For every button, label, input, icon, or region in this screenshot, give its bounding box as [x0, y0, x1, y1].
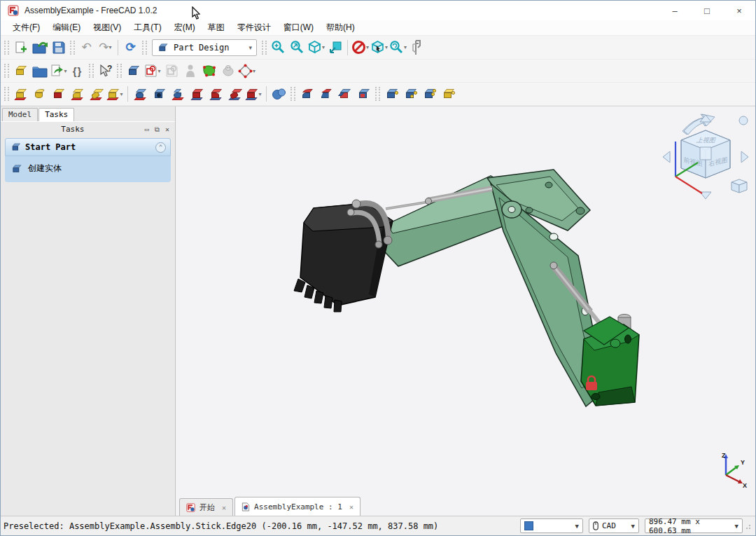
- panel-minimize-icon[interactable]: ▭: [145, 125, 149, 134]
- view-zoom-button[interactable]: ▾: [388, 38, 407, 57]
- panel-close-icon[interactable]: ✕: [165, 125, 169, 134]
- toolbar-handle[interactable]: [262, 41, 267, 55]
- additive-loft-button[interactable]: [49, 85, 68, 104]
- toolbar-handle[interactable]: [70, 41, 75, 55]
- toolbar-modeling: ▾ ▾: [1, 83, 755, 106]
- attach-sketch-button[interactable]: [200, 62, 218, 81]
- toolbar-handle[interactable]: [4, 64, 9, 78]
- make-link-button[interactable]: ▾: [49, 62, 68, 81]
- fillet-button[interactable]: [298, 85, 316, 104]
- status-bar: Preselected: AssemblyExample.Assembly.St…: [1, 516, 755, 535]
- pocket-button[interactable]: [131, 85, 150, 104]
- collapse-chevron-icon[interactable]: ⌃: [155, 142, 166, 153]
- map-sketch-button[interactable]: [181, 62, 200, 81]
- refresh-button[interactable]: ⟳: [121, 38, 140, 57]
- undo-button[interactable]: ↶: [77, 38, 96, 57]
- chevron-down-icon: ▾: [366, 44, 369, 50]
- color-swatch-dropdown[interactable]: ▼: [520, 518, 583, 533]
- chevron-down-icon: ▾: [385, 44, 388, 50]
- draw-style-button[interactable]: ▾: [351, 38, 370, 57]
- toolbar-handle[interactable]: [117, 64, 122, 78]
- menu-view[interactable]: 视图(V): [87, 20, 127, 35]
- measure-button[interactable]: [407, 38, 426, 57]
- additive-helix-button[interactable]: [87, 85, 106, 104]
- navigation-cube[interactable]: 上视图 前视图 右视图: [662, 114, 751, 201]
- mouse-cursor: [191, 6, 201, 20]
- fit-all-button[interactable]: [269, 38, 288, 57]
- subtractive-pipe-button[interactable]: [206, 85, 225, 104]
- create-group-button[interactable]: [30, 62, 49, 81]
- start-part-section-header[interactable]: Start Part ⌃: [5, 138, 171, 156]
- revolution-button[interactable]: [30, 85, 49, 104]
- rotate-cw-button: [739, 116, 748, 125]
- fit-selection-button[interactable]: [288, 38, 307, 57]
- chamfer-button[interactable]: [316, 85, 335, 104]
- subtractive-loft-button[interactable]: [188, 85, 206, 104]
- thickness-button[interactable]: [354, 85, 373, 104]
- close-button[interactable]: ×: [723, 1, 755, 20]
- mirrored-button[interactable]: [382, 85, 401, 104]
- menu-macro[interactable]: 宏(M): [168, 20, 202, 35]
- workbench-value: Part Design: [174, 43, 248, 53]
- create-solid-item[interactable]: 创建实体: [9, 160, 167, 177]
- additive-primitive-button[interactable]: ▾: [106, 85, 125, 104]
- save-button[interactable]: [49, 38, 68, 57]
- open-file-button[interactable]: [30, 38, 49, 57]
- toolbar-handle[interactable]: [142, 41, 147, 55]
- expression-button[interactable]: {}: [68, 62, 87, 81]
- create-body-button[interactable]: [124, 62, 143, 81]
- maximize-button[interactable]: □: [691, 1, 723, 20]
- close-icon[interactable]: ✕: [349, 503, 354, 511]
- menu-edit[interactable]: 编辑(E): [46, 20, 87, 35]
- toolbar-handle[interactable]: [4, 41, 9, 55]
- rotate-right-arrow: [684, 114, 715, 135]
- navigation-style-dropdown[interactable]: CAD ▼: [589, 518, 639, 533]
- axonometric-view-button[interactable]: ▾: [307, 38, 326, 57]
- new-file-button[interactable]: [11, 38, 30, 57]
- linear-pattern-button[interactable]: [401, 85, 420, 104]
- close-icon[interactable]: ✕: [222, 504, 226, 511]
- arrow-right: [741, 151, 748, 163]
- boolean-button[interactable]: [270, 85, 288, 104]
- pad-button[interactable]: [11, 85, 30, 104]
- hole-button[interactable]: [150, 85, 169, 104]
- create-part-button[interactable]: [11, 62, 30, 81]
- additive-pipe-button[interactable]: [68, 85, 87, 104]
- edit-sketch-button[interactable]: [162, 62, 181, 81]
- panel-tabs: Model Tasks: [1, 106, 175, 121]
- toolbar-handle[interactable]: [4, 87, 9, 101]
- subtractive-primitive-button[interactable]: ▾: [244, 85, 263, 104]
- sketch-on-face-button[interactable]: [218, 62, 237, 81]
- polar-pattern-button[interactable]: [420, 85, 439, 104]
- menu-help[interactable]: 帮助(H): [320, 20, 361, 35]
- multi-transform-button[interactable]: [439, 85, 458, 104]
- toolbar-handle[interactable]: [290, 87, 295, 101]
- whats-this-button[interactable]: ?: [96, 62, 115, 81]
- menu-file[interactable]: 文件(F): [6, 20, 46, 35]
- dock-overlay-button[interactable]: [326, 38, 344, 57]
- toolbar-handle[interactable]: [89, 64, 94, 78]
- panel-float-icon[interactable]: ⧉: [155, 125, 160, 134]
- toolbar-handle[interactable]: [375, 87, 380, 101]
- workbench-selector[interactable]: Part Design ▾: [152, 39, 257, 56]
- minimize-button[interactable]: –: [659, 1, 691, 20]
- subtractive-helix-button[interactable]: [225, 85, 244, 104]
- menu-tools[interactable]: 工具(T): [127, 20, 167, 35]
- menu-window[interactable]: 窗口(W): [277, 20, 320, 35]
- create-sketch-button[interactable]: ▾: [143, 62, 162, 81]
- viewport-3d[interactable]: 上视图 前视图 右视图: [176, 106, 755, 516]
- redo-button[interactable]: ↷▾: [96, 38, 115, 57]
- selection-view-button[interactable]: ▾: [370, 38, 388, 57]
- tab-start-page[interactable]: 开始 ✕: [179, 498, 233, 516]
- resize-grip[interactable]: [746, 523, 752, 530]
- dimensions-dropdown[interactable]: 896.47 mm x 600.63 mm ▼: [645, 518, 743, 533]
- tab-model[interactable]: Model: [2, 108, 38, 121]
- menu-sketch[interactable]: 草图: [202, 20, 231, 35]
- groove-button[interactable]: [169, 85, 188, 104]
- tab-tasks[interactable]: Tasks: [38, 108, 74, 121]
- mouse-icon: [593, 521, 598, 530]
- validate-sketch-button[interactable]: ▾: [237, 62, 256, 81]
- tab-assembly-example[interactable]: AssemblyExample : 1 ✕: [234, 497, 360, 516]
- menu-part-design[interactable]: 零件设计: [231, 20, 277, 35]
- draft-button[interactable]: [335, 85, 354, 104]
